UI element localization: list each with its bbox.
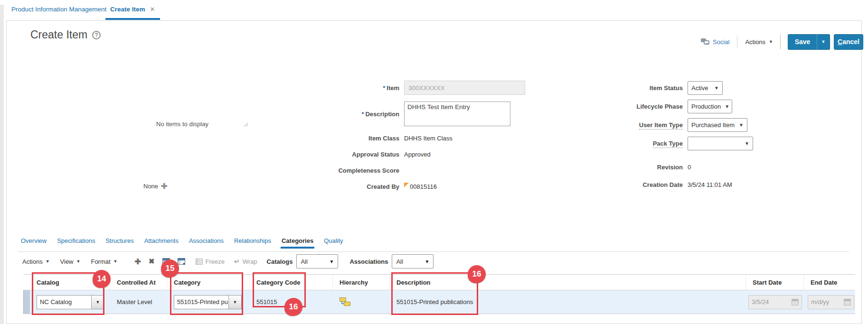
required-icon: *	[361, 111, 364, 118]
tab-overview[interactable]: Overview	[20, 235, 47, 249]
chevron-down-icon: ▼	[46, 259, 50, 264]
item-row: *Item	[249, 81, 525, 95]
divider	[18, 251, 849, 252]
end-date-field[interactable]: m/d/yy	[808, 295, 854, 309]
cancel-button[interactable]: Cancel	[834, 34, 863, 50]
user-item-type-label: User Item Type	[639, 121, 683, 130]
add-row-icon[interactable]: ✚	[135, 257, 141, 266]
approval-status-row: Approval Status Approved	[249, 147, 431, 161]
column-header-controlled-at[interactable]: Controlled At	[110, 275, 167, 290]
column-header-end-date[interactable]: End Date	[804, 275, 855, 290]
required-icon: *	[383, 84, 385, 92]
help-icon[interactable]: ?	[92, 31, 101, 39]
tab-attachments[interactable]: Attachments	[143, 235, 179, 249]
tab-product-information-management[interactable]: Product Information Management	[11, 6, 106, 13]
chevron-down-icon: ▼	[721, 104, 729, 109]
approval-status-value: Approved	[404, 151, 431, 158]
divider	[780, 34, 781, 49]
description-field[interactable]: DHHS Test Item Entry	[404, 102, 510, 126]
revision-value: 0	[688, 164, 691, 171]
controlled-at-cell: Master Level	[110, 290, 167, 314]
page-title: Create Item	[30, 28, 87, 41]
completeness-score-label: Completeness Score	[249, 167, 399, 174]
tab-specifications[interactable]: Specifications	[56, 235, 96, 249]
active-tab-underline	[105, 18, 160, 20]
wrap-icon: ↵	[234, 258, 240, 265]
save-split-button: Save ▼	[788, 34, 830, 50]
tab-close-icon[interactable]: ✕	[150, 6, 155, 13]
changed-flag-icon	[404, 183, 409, 187]
row-selector[interactable]	[23, 290, 30, 314]
tab-create-item[interactable]: Create Item✕	[110, 6, 155, 13]
tab-relationships[interactable]: Relationships	[233, 235, 272, 249]
catalogs-label: Catalogs	[267, 258, 293, 265]
item-class-value: DHHS Item Class	[404, 135, 453, 142]
calendar-icon[interactable]	[792, 299, 799, 305]
start-date-field[interactable]: 3/5/24	[748, 295, 802, 309]
actions-menu-button[interactable]: Actions ▼	[745, 38, 773, 46]
creation-date-row: Creation Date 3/5/24 11:01 AM	[548, 177, 732, 192]
divider	[737, 36, 737, 48]
attachments-none-label: None	[143, 183, 158, 190]
query-by-example-icon[interactable]	[178, 258, 185, 265]
tab-structures[interactable]: Structures	[104, 235, 134, 249]
item-field[interactable]	[404, 81, 525, 95]
page-header: Create Item ?	[30, 28, 101, 41]
lifecycle-phase-label: Lifecycle Phase	[548, 103, 683, 110]
associations-label: Associations	[349, 258, 388, 265]
tab-associations[interactable]: Associations	[188, 235, 225, 249]
toolbar-actions-menu[interactable]: Actions▼	[22, 258, 50, 265]
created-by-label: Created By	[249, 183, 399, 190]
toolbar-format-menu[interactable]: Format▼	[91, 258, 117, 265]
tab-quality[interactable]: Quality	[323, 235, 344, 249]
social-button[interactable]: Social	[701, 38, 729, 46]
create-item-panel: Create Item ? Social Actions ▼ Save ▼ Ca…	[6, 20, 862, 324]
resize-handle-icon[interactable]	[244, 122, 248, 127]
chevron-down-icon: ▼	[735, 122, 744, 128]
item-status-row: Item Status Active ▼	[548, 81, 723, 95]
completeness-score-row: Completeness Score	[249, 163, 404, 177]
chevron-down-icon: ▼	[76, 259, 81, 264]
chevron-down-icon: ▼	[113, 259, 118, 264]
description-label: Description	[365, 111, 399, 118]
annotation-rect-category	[170, 272, 243, 315]
user-item-type-select[interactable]: Purchased Item ▼	[688, 118, 747, 132]
annotation-badge-14: 14	[93, 270, 111, 288]
hierarchy-icon[interactable]	[340, 297, 351, 307]
annotation-badge-16-description: 16	[468, 265, 486, 283]
calendar-icon[interactable]	[844, 299, 851, 305]
detail-tab-bar: Overview Specifications Structures Attac…	[20, 235, 344, 249]
annotation-badge-15: 15	[161, 259, 179, 278]
creation-date-value: 3/5/24 11:01 AM	[688, 181, 732, 188]
catalogs-select[interactable]: All▼	[296, 254, 338, 268]
item-class-label: Item Class	[249, 135, 399, 142]
save-dropdown-button[interactable]: ▼	[817, 34, 830, 50]
column-header-start-date[interactable]: Start Date	[746, 275, 804, 290]
creation-date-label: Creation Date	[548, 181, 683, 188]
attachments-none-row: None ✚	[143, 182, 167, 191]
window-left-edge	[0, 5, 4, 324]
save-button[interactable]: Save	[788, 34, 817, 50]
column-header-hierarchy[interactable]: Hierarchy	[333, 275, 390, 290]
chevron-down-icon: ▼	[710, 85, 719, 91]
created-by-row: Created By 00815116	[249, 179, 437, 194]
approval-status-label: Approval Status	[249, 151, 399, 158]
annotation-badge-16-code: 16	[284, 298, 302, 316]
add-attachment-icon[interactable]: ✚	[161, 182, 167, 191]
lifecycle-phase-select[interactable]: Production ▼	[688, 100, 732, 113]
pack-type-row: Pack Type ▼	[548, 136, 753, 150]
chevron-down-icon: ▼	[418, 259, 429, 264]
delete-row-icon[interactable]: ✖	[149, 257, 155, 266]
description-row: *Description DHHS Test Item Entry	[249, 101, 510, 127]
associations-select[interactable]: All▼	[392, 254, 434, 268]
header-action-bar: Social Actions ▼ Save ▼ Cancel	[701, 34, 863, 50]
pack-type-label: Pack Type	[653, 140, 683, 148]
item-status-select[interactable]: Active ▼	[688, 81, 723, 95]
annotation-rect-description	[391, 272, 478, 315]
tab-categories[interactable]: Categories	[281, 235, 314, 249]
pack-type-select[interactable]: ▼	[688, 137, 753, 150]
toolbar-view-menu[interactable]: View▼	[60, 258, 81, 265]
chevron-down-icon: ▼	[769, 39, 773, 44]
chevron-down-icon: ▼	[323, 259, 334, 264]
window-tab-bar: Product Information Management Create It…	[4, 0, 868, 20]
